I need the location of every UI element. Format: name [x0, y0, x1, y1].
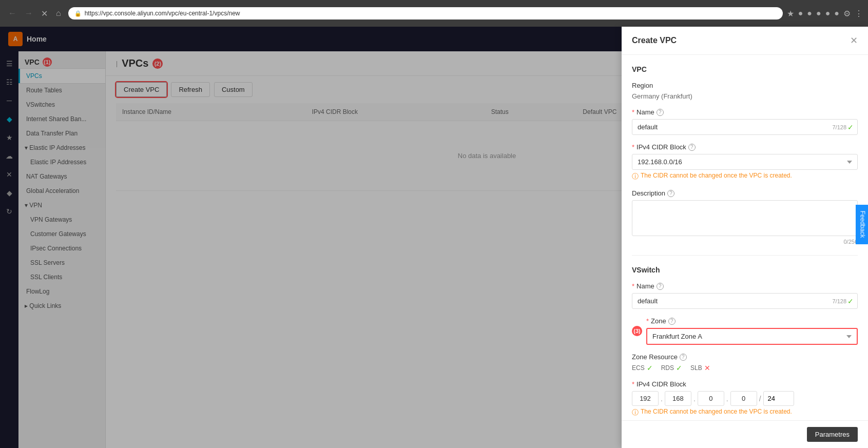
- back-button[interactable]: ←: [5, 7, 20, 20]
- address-bar[interactable]: 🔒 https://vpc.console.aliyun.com/vpc/eu-…: [68, 7, 783, 20]
- required-star-vswitch: *: [632, 282, 634, 290]
- zone-group: (3) * Zone ? Frankfurt Zone A: [632, 317, 858, 345]
- sidebar-vpn-gateways-label: VPN Gateways: [30, 216, 72, 223]
- sidebar-item-nat-gateways[interactable]: NAT Gateways: [18, 169, 105, 184]
- extension-icon3[interactable]: ●: [816, 9, 821, 18]
- vpc-name-input[interactable]: [632, 119, 858, 135]
- sidebar-item-vpcs[interactable]: VPCs: [18, 69, 105, 83]
- name-help-icon[interactable]: ?: [657, 109, 664, 116]
- refresh-button[interactable]: Refresh: [171, 82, 210, 97]
- vpc-name-label: * Name ?: [632, 108, 858, 116]
- sidebar-elastic-ip-label: ▾ Elastic IP Addresses: [25, 144, 86, 151]
- region-value: Germany (Frankfurt): [632, 92, 858, 100]
- sidebar-flowlog-label: FlowLog: [26, 288, 49, 295]
- ipv4-cidr-label: * IPv4 CIDR Block ?: [632, 143, 858, 151]
- extension-icon1[interactable]: ●: [798, 9, 803, 18]
- sidebar-icon-refresh[interactable]: ↻: [1, 203, 17, 220]
- vpc-section-title: VPC: [632, 65, 858, 73]
- parametres-button[interactable]: Parametres: [807, 427, 858, 442]
- browser-chrome: ← → ✕ ⌂ 🔒 https://vpc.console.aliyun.com…: [0, 0, 868, 27]
- cidr-octet2[interactable]: [665, 391, 691, 406]
- hint-icon: ⓘ: [632, 172, 639, 181]
- cidr-dot-1: .: [661, 395, 663, 403]
- sidebar-icon-star[interactable]: ★: [1, 129, 17, 146]
- forward-button[interactable]: →: [22, 7, 36, 20]
- col-instance-id: Instance ID/Name: [116, 103, 306, 121]
- reload-button[interactable]: ✕: [38, 7, 51, 21]
- sidebar-vpn-label: ▾ VPN: [25, 202, 42, 209]
- zone-resource-help-icon[interactable]: ?: [680, 354, 687, 361]
- zone-resource-slb: SLB ✕: [690, 364, 710, 372]
- cidr-prefix-select[interactable]: 24 16 8: [763, 391, 794, 406]
- extension-icon2[interactable]: ●: [807, 9, 812, 18]
- required-star-zone: *: [646, 317, 649, 325]
- custom-button[interactable]: Custom: [214, 82, 253, 97]
- cidr-row: . . . / 24 16 8: [632, 391, 858, 406]
- sidebar-icon-cloud[interactable]: ☁: [1, 148, 17, 164]
- feedback-tab[interactable]: Feedback: [856, 204, 868, 244]
- vpc-description-wrapper: 0/256: [632, 200, 858, 245]
- sidebar-item-customer-gateways[interactable]: Customer Gateways: [18, 227, 105, 241]
- rds-check-icon: ✓: [676, 364, 682, 372]
- cidr-octet4[interactable]: [730, 391, 757, 406]
- vswitch-name-label: * Name ?: [632, 282, 858, 290]
- zone-help-icon[interactable]: ?: [668, 318, 676, 325]
- sidebar-item-ssl-clients[interactable]: SSL Clients: [18, 270, 105, 284]
- cidr-octet1[interactable]: [632, 391, 659, 406]
- sidebar-item-internet-shared[interactable]: Internet Shared Ban...: [18, 112, 105, 126]
- zone-label: * Zone ?: [646, 317, 858, 325]
- cidr-help-icon[interactable]: ?: [688, 144, 696, 151]
- logo[interactable]: A Home: [8, 32, 47, 46]
- sidebar-item-ipsec[interactable]: IPsec Connections: [18, 241, 105, 256]
- zone-select[interactable]: Frankfurt Zone A: [646, 328, 858, 345]
- page-title-annotation: (2): [152, 59, 163, 69]
- col-ipv4-cidr: IPv4 CIDR Block: [306, 103, 485, 121]
- sidebar-vswitches-label: VSwitches: [26, 101, 55, 108]
- sidebar-group-elastic-ip[interactable]: ▾ Elastic IP Addresses: [18, 141, 105, 155]
- sidebar-route-label: Route Tables: [26, 87, 62, 94]
- sidebar-customer-gateways-label: Customer Gateways: [30, 230, 86, 238]
- zone-resource-group: Zone Resource ? ECS ✓ RDS ✓ SLB ✕: [632, 353, 858, 372]
- extension-icon5[interactable]: ●: [834, 9, 839, 18]
- vpc-description-label: Description ?: [632, 189, 858, 197]
- sidebar-icon-diamond[interactable]: ◆: [1, 111, 17, 127]
- sidebar-icon-grid[interactable]: ☷: [1, 74, 17, 90]
- zone-annotation-row: (3) * Zone ? Frankfurt Zone A: [632, 317, 858, 345]
- sidebar-group-vpn[interactable]: ▾ VPN: [18, 198, 105, 212]
- sidebar-item-vswitches[interactable]: VSwitches: [18, 98, 105, 112]
- panel-close-button[interactable]: ✕: [850, 35, 858, 46]
- vpc-name-input-wrapper: 7/128 ✓: [632, 119, 858, 135]
- sidebar-item-flowlog[interactable]: FlowLog: [18, 284, 105, 299]
- cidr-octet3[interactable]: [698, 391, 724, 406]
- browser-right-icons: ★ ● ● ● ● ● ⚙ ⋮: [787, 9, 863, 18]
- vpc-description-group: Description ? 0/256: [632, 189, 858, 245]
- create-vpc-button[interactable]: Create VPC: [116, 82, 167, 97]
- vpc-name-group: * Name ? 7/128 ✓: [632, 108, 858, 135]
- sidebar-item-ssl-servers[interactable]: SSL Servers: [18, 256, 105, 270]
- region-group: Region Germany (Frankfurt): [632, 82, 858, 100]
- vswitch-name-help-icon[interactable]: ?: [657, 283, 664, 290]
- vswitch-name-input[interactable]: [632, 293, 858, 309]
- sidebar-icon-globe[interactable]: ◆: [1, 185, 17, 201]
- menu-dots-icon[interactable]: ⋮: [855, 9, 863, 18]
- sidebar-icon-cross[interactable]: ✕: [1, 166, 17, 183]
- sidebar-item-data-transfer[interactable]: Data Transfer Plan: [18, 126, 105, 141]
- cidr-hint: ⓘ The CIDR cannot be changed once the VP…: [632, 172, 858, 181]
- extension-icon4[interactable]: ●: [825, 9, 831, 18]
- sidebar-item-global-acceleration[interactable]: Global Acceleration: [18, 184, 105, 198]
- sidebar-vpcs-label: VPCs: [26, 72, 42, 80]
- sidebar-item-vpn-gateways[interactable]: VPN Gateways: [18, 212, 105, 227]
- sidebar-item-elastic-ip-addresses[interactable]: Elastic IP Addresses: [18, 155, 105, 169]
- sidebar-icon-menu[interactable]: ☰: [1, 55, 17, 72]
- description-help-icon[interactable]: ?: [667, 190, 674, 197]
- sidebar-group-quick-links[interactable]: ▸ Quick Links: [18, 299, 105, 313]
- sidebar-icon-list[interactable]: ─: [1, 92, 17, 109]
- home-button[interactable]: ⌂: [53, 7, 64, 20]
- vpc-description-textarea[interactable]: [632, 200, 858, 236]
- ipv4-cidr-select[interactable]: 192.168.0.0/16: [632, 154, 858, 170]
- settings-icon[interactable]: ⚙: [843, 9, 851, 18]
- sidebar-internet-label: Internet Shared Ban...: [26, 115, 86, 123]
- lock-icon: 🔒: [74, 10, 82, 17]
- star-icon[interactable]: ★: [787, 9, 794, 18]
- sidebar-item-route-tables[interactable]: Route Tables: [18, 83, 105, 98]
